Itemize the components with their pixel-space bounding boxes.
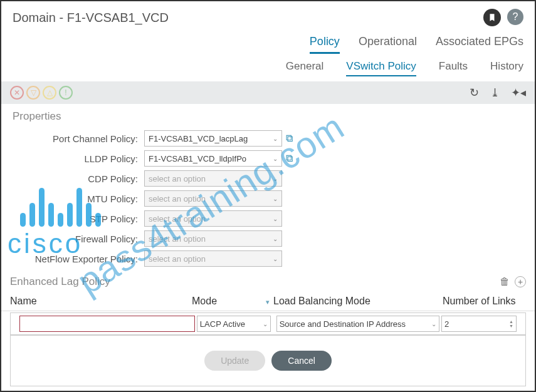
col-mode[interactable]: Mode (192, 296, 273, 307)
download-icon[interactable]: ⤓ (490, 86, 500, 100)
col-name[interactable]: Name (10, 296, 192, 307)
fault-indicators: ✕ ▽ △ ! (10, 86, 73, 100)
chevron-down-icon: ⌄ (431, 321, 436, 328)
lbm-select[interactable]: Source and Destination IP Address⌄ (276, 316, 439, 332)
fault-minor-icon[interactable]: △ (43, 86, 56, 100)
netflow-select[interactable]: select an option⌄ (144, 250, 282, 267)
page-title: Domain - F1-VCSAB1_VCD (13, 11, 169, 25)
lldp-label: LLDP Policy: (13, 153, 144, 164)
secondary-tabs: General VSwitch Policy Faults History (1, 54, 535, 81)
tools-icon[interactable]: ✦◂ (511, 86, 526, 100)
lag-heading: Enhanced Lag Policy (10, 273, 110, 291)
chevron-down-icon: ⌄ (273, 195, 278, 202)
tab-policy[interactable]: Policy (310, 35, 340, 54)
fault-critical-icon[interactable]: ✕ (10, 86, 24, 100)
table-row: LACP Active⌄ Source and Destination IP A… (10, 312, 526, 335)
open-external-icon[interactable]: ⧉ (286, 133, 293, 144)
mtu-label: MTU Policy: (13, 193, 144, 204)
stp-label: STP Policy: (13, 214, 144, 224)
cdp-select[interactable]: select an option⌄ (144, 170, 282, 187)
col-lbm[interactable]: ▾Load Balancing Mode (273, 296, 443, 307)
tab-vswitch-policy[interactable]: VSwitch Policy (346, 60, 416, 76)
netflow-label: NetFlow Exporter Policy: (13, 254, 144, 264)
firewall-label: Firewall Policy: (13, 234, 144, 244)
links-stepper[interactable]: 2▲▼ (441, 316, 517, 332)
refresh-icon[interactable]: ↻ (470, 86, 479, 100)
sort-indicator-icon: ▾ (266, 298, 270, 306)
chevron-down-icon: ⌄ (273, 235, 278, 242)
chevron-down-icon: ⌄ (273, 155, 278, 162)
properties-form: Port Channel Policy: F1-VCSAB1_VCD_lacpL… (1, 125, 535, 272)
port-channel-label: Port Channel Policy: (13, 133, 144, 144)
lldp-select[interactable]: F1-VCSAB1_VCD_lldpIfPo⌄ (144, 150, 282, 167)
chevron-down-icon: ⌄ (273, 175, 278, 182)
properties-heading: Properties (1, 104, 535, 125)
open-external-icon[interactable]: ⧉ (286, 153, 293, 164)
delete-icon[interactable]: 🗑 (500, 276, 510, 287)
fault-warning-icon[interactable]: ! (59, 86, 73, 100)
port-channel-select[interactable]: F1-VCSAB1_VCD_lacpLag⌄ (144, 130, 282, 147)
tab-history[interactable]: History (490, 60, 523, 76)
chevron-down-icon: ⌄ (273, 215, 278, 222)
name-input[interactable] (19, 316, 195, 332)
chevron-down-icon: ⌄ (273, 255, 278, 262)
col-links[interactable]: Number of Links (443, 296, 526, 307)
mode-select[interactable]: LACP Active⌄ (197, 316, 271, 332)
footer-buttons: Update Cancel (11, 351, 525, 371)
stp-select[interactable]: select an option⌄ (144, 210, 282, 227)
primary-tabs: Policy Operational Associated EPGs (1, 30, 535, 54)
cdp-label: CDP Policy: (13, 173, 144, 184)
content-actions: ↻ ⤓ ✦◂ (470, 86, 526, 100)
lag-table-header: Name Mode ▾Load Balancing Mode Number of… (1, 292, 535, 311)
toolbar: ✕ ▽ △ ! ↻ ⤓ ✦◂ (1, 81, 535, 104)
fault-major-icon[interactable]: ▽ (26, 86, 40, 100)
add-icon[interactable]: + (515, 276, 526, 287)
tab-faults[interactable]: Faults (439, 60, 468, 76)
update-button[interactable]: Update (204, 351, 265, 371)
cancel-button[interactable]: Cancel (271, 351, 332, 371)
header-actions: ? (483, 9, 523, 26)
tab-general[interactable]: General (286, 60, 323, 76)
lag-actions: 🗑 + (500, 276, 526, 287)
bookmark-icon[interactable] (483, 9, 501, 26)
spinner-icon[interactable]: ▲▼ (509, 319, 513, 328)
chevron-down-icon: ⌄ (273, 135, 278, 142)
help-icon[interactable]: ? (507, 9, 523, 25)
tab-operational[interactable]: Operational (359, 35, 417, 54)
mtu-select[interactable]: select an option⌄ (144, 190, 282, 207)
tab-associated-epgs[interactable]: Associated EPGs (436, 35, 523, 54)
chevron-down-icon: ⌄ (263, 321, 268, 328)
firewall-select[interactable]: select an option⌄ (144, 230, 282, 247)
